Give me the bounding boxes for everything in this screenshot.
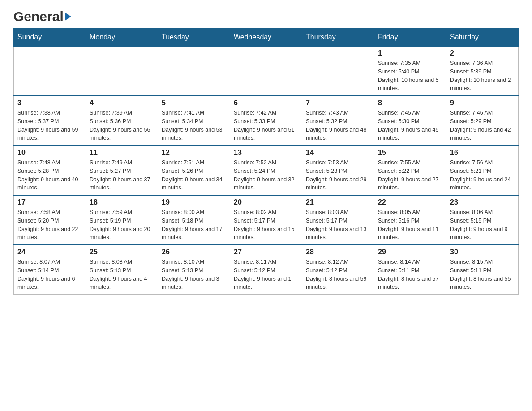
day-of-week-header: Tuesday	[158, 29, 230, 47]
calendar-cell: 30Sunrise: 8:15 AM Sunset: 5:11 PM Dayli…	[446, 245, 519, 295]
day-number: 12	[162, 149, 226, 157]
calendar-week-row: 17Sunrise: 7:58 AM Sunset: 5:20 PM Dayli…	[14, 195, 519, 245]
calendar-cell: 26Sunrise: 8:10 AM Sunset: 5:13 PM Dayli…	[158, 245, 230, 295]
day-number: 22	[378, 198, 442, 206]
day-number: 23	[450, 198, 515, 206]
day-info: Sunrise: 8:11 AM Sunset: 5:12 PM Dayligh…	[234, 258, 298, 291]
day-number: 27	[234, 248, 298, 256]
calendar-cell: 13Sunrise: 7:52 AM Sunset: 5:24 PM Dayli…	[230, 146, 302, 195]
day-info: Sunrise: 7:52 AM Sunset: 5:24 PM Dayligh…	[234, 158, 298, 192]
day-number: 7	[306, 99, 370, 107]
day-number: 17	[17, 198, 82, 206]
calendar-cell	[86, 46, 158, 96]
calendar-week-row: 3Sunrise: 7:38 AM Sunset: 5:37 PM Daylig…	[14, 96, 519, 146]
day-number: 21	[306, 198, 370, 206]
day-number: 19	[162, 198, 226, 206]
day-info: Sunrise: 7:58 AM Sunset: 5:20 PM Dayligh…	[17, 208, 82, 242]
calendar-week-row: 24Sunrise: 8:07 AM Sunset: 5:14 PM Dayli…	[14, 245, 519, 295]
calendar-cell: 16Sunrise: 7:56 AM Sunset: 5:21 PM Dayli…	[446, 146, 519, 195]
day-number: 28	[306, 248, 370, 256]
day-number: 26	[162, 248, 226, 256]
calendar-cell: 6Sunrise: 7:42 AM Sunset: 5:33 PM Daylig…	[230, 96, 302, 146]
calendar-cell: 27Sunrise: 8:11 AM Sunset: 5:12 PM Dayli…	[230, 245, 302, 295]
logo-arrow-icon	[65, 13, 71, 21]
day-number: 4	[90, 99, 154, 107]
day-info: Sunrise: 7:59 AM Sunset: 5:19 PM Dayligh…	[90, 208, 154, 242]
day-info: Sunrise: 8:02 AM Sunset: 5:17 PM Dayligh…	[234, 208, 298, 242]
day-info: Sunrise: 8:07 AM Sunset: 5:14 PM Dayligh…	[17, 258, 82, 291]
calendar-cell: 29Sunrise: 8:14 AM Sunset: 5:11 PM Dayli…	[374, 245, 446, 295]
calendar-cell: 5Sunrise: 7:41 AM Sunset: 5:34 PM Daylig…	[158, 96, 230, 146]
day-number: 16	[450, 149, 515, 157]
calendar-cell	[302, 46, 374, 96]
calendar-cell: 11Sunrise: 7:49 AM Sunset: 5:27 PM Dayli…	[86, 146, 158, 195]
calendar-cell: 3Sunrise: 7:38 AM Sunset: 5:37 PM Daylig…	[14, 96, 86, 146]
day-info: Sunrise: 8:06 AM Sunset: 5:15 PM Dayligh…	[450, 208, 515, 242]
day-info: Sunrise: 7:38 AM Sunset: 5:37 PM Dayligh…	[17, 109, 82, 142]
day-info: Sunrise: 8:08 AM Sunset: 5:13 PM Dayligh…	[90, 258, 154, 291]
logo-word1: General	[13, 9, 64, 24]
day-info: Sunrise: 7:53 AM Sunset: 5:23 PM Dayligh…	[306, 158, 370, 192]
day-info: Sunrise: 7:36 AM Sunset: 5:39 PM Dayligh…	[450, 59, 515, 93]
day-of-week-header: Wednesday	[230, 29, 302, 47]
day-of-week-header: Sunday	[14, 29, 86, 47]
calendar-cell: 12Sunrise: 7:51 AM Sunset: 5:26 PM Dayli…	[158, 146, 230, 195]
calendar-cell: 24Sunrise: 8:07 AM Sunset: 5:14 PM Dayli…	[14, 245, 86, 295]
day-number: 25	[90, 248, 154, 256]
calendar-cell	[14, 46, 86, 96]
day-number: 29	[378, 248, 442, 256]
calendar-cell: 21Sunrise: 8:03 AM Sunset: 5:17 PM Dayli…	[302, 195, 374, 245]
calendar-cell: 20Sunrise: 8:02 AM Sunset: 5:17 PM Dayli…	[230, 195, 302, 245]
day-info: Sunrise: 7:45 AM Sunset: 5:30 PM Dayligh…	[378, 109, 442, 142]
day-number: 14	[306, 149, 370, 157]
calendar-cell	[158, 46, 230, 96]
day-info: Sunrise: 7:56 AM Sunset: 5:21 PM Dayligh…	[450, 158, 515, 192]
calendar-cell: 2Sunrise: 7:36 AM Sunset: 5:39 PM Daylig…	[446, 46, 519, 96]
day-info: Sunrise: 7:42 AM Sunset: 5:33 PM Dayligh…	[234, 109, 298, 142]
day-info: Sunrise: 7:46 AM Sunset: 5:29 PM Dayligh…	[450, 109, 515, 142]
day-number: 9	[450, 99, 515, 107]
calendar-week-row: 10Sunrise: 7:48 AM Sunset: 5:28 PM Dayli…	[14, 146, 519, 195]
day-info: Sunrise: 7:51 AM Sunset: 5:26 PM Dayligh…	[162, 158, 226, 192]
day-info: Sunrise: 7:48 AM Sunset: 5:28 PM Dayligh…	[17, 158, 82, 192]
page-header: General	[13, 9, 519, 24]
day-number: 1	[378, 49, 442, 57]
calendar-table: SundayMondayTuesdayWednesdayThursdayFrid…	[13, 28, 519, 295]
day-info: Sunrise: 8:14 AM Sunset: 5:11 PM Dayligh…	[378, 258, 442, 291]
day-number: 2	[450, 49, 515, 57]
day-number: 15	[378, 149, 442, 157]
day-number: 18	[90, 198, 154, 206]
day-info: Sunrise: 8:15 AM Sunset: 5:11 PM Dayligh…	[450, 258, 515, 291]
day-number: 30	[450, 248, 515, 256]
calendar-cell: 1Sunrise: 7:35 AM Sunset: 5:40 PM Daylig…	[374, 46, 446, 96]
calendar-week-row: 1Sunrise: 7:35 AM Sunset: 5:40 PM Daylig…	[14, 46, 519, 96]
calendar-cell: 9Sunrise: 7:46 AM Sunset: 5:29 PM Daylig…	[446, 96, 519, 146]
day-number: 3	[17, 99, 82, 107]
day-number: 10	[17, 149, 82, 157]
calendar-cell	[230, 46, 302, 96]
day-info: Sunrise: 8:10 AM Sunset: 5:13 PM Dayligh…	[162, 258, 226, 291]
day-of-week-header: Saturday	[446, 29, 519, 47]
calendar-header-row: SundayMondayTuesdayWednesdayThursdayFrid…	[14, 29, 519, 47]
day-info: Sunrise: 7:41 AM Sunset: 5:34 PM Dayligh…	[162, 109, 226, 142]
day-info: Sunrise: 7:55 AM Sunset: 5:22 PM Dayligh…	[378, 158, 442, 192]
calendar-cell: 15Sunrise: 7:55 AM Sunset: 5:22 PM Dayli…	[374, 146, 446, 195]
calendar-cell: 10Sunrise: 7:48 AM Sunset: 5:28 PM Dayli…	[14, 146, 86, 195]
calendar-cell: 28Sunrise: 8:12 AM Sunset: 5:12 PM Dayli…	[302, 245, 374, 295]
day-number: 13	[234, 149, 298, 157]
day-info: Sunrise: 7:43 AM Sunset: 5:32 PM Dayligh…	[306, 109, 370, 142]
day-number: 5	[162, 99, 226, 107]
day-info: Sunrise: 8:00 AM Sunset: 5:18 PM Dayligh…	[162, 208, 226, 242]
calendar-cell: 25Sunrise: 8:08 AM Sunset: 5:13 PM Dayli…	[86, 245, 158, 295]
day-of-week-header: Thursday	[302, 29, 374, 47]
calendar-cell: 8Sunrise: 7:45 AM Sunset: 5:30 PM Daylig…	[374, 96, 446, 146]
calendar-cell: 17Sunrise: 7:58 AM Sunset: 5:20 PM Dayli…	[14, 195, 86, 245]
calendar-cell: 14Sunrise: 7:53 AM Sunset: 5:23 PM Dayli…	[302, 146, 374, 195]
calendar-cell: 23Sunrise: 8:06 AM Sunset: 5:15 PM Dayli…	[446, 195, 519, 245]
day-number: 8	[378, 99, 442, 107]
calendar-cell: 18Sunrise: 7:59 AM Sunset: 5:19 PM Dayli…	[86, 195, 158, 245]
day-number: 24	[17, 248, 82, 256]
calendar-cell: 4Sunrise: 7:39 AM Sunset: 5:36 PM Daylig…	[86, 96, 158, 146]
logo: General	[13, 9, 71, 24]
day-info: Sunrise: 7:49 AM Sunset: 5:27 PM Dayligh…	[90, 158, 154, 192]
